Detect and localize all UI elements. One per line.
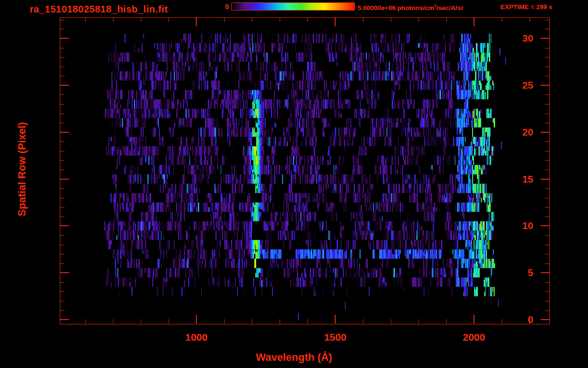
x-minor-tick	[307, 319, 308, 323]
x-minor-tick-top	[280, 18, 280, 22]
y-major-tick-right	[541, 38, 549, 39]
x-minor-tick	[280, 319, 280, 323]
y-minor-tick-right	[545, 254, 549, 254]
y-minor-tick	[60, 57, 65, 58]
y-minor-tick-right	[545, 114, 549, 114]
x-minor-tick	[446, 319, 447, 323]
x-minor-tick-top	[446, 18, 447, 22]
y-minor-tick	[60, 29, 65, 29]
y-minor-tick-right	[545, 29, 549, 29]
x-major-tick	[474, 315, 475, 323]
y-tick-label: 25	[505, 80, 533, 90]
y-major-tick-right	[541, 225, 549, 226]
x-minor-tick-top	[169, 18, 169, 22]
y-minor-tick	[60, 123, 65, 123]
y-minor-tick-right	[545, 104, 549, 104]
x-minor-tick-top	[141, 18, 141, 22]
exptime-label: EXPTIME = 299 s	[500, 3, 552, 11]
y-axis-title: Spatial Row (Pixel)	[16, 122, 28, 217]
y-minor-tick	[60, 207, 65, 207]
spectrogram-window: ra_151018025818_hisb_lin.fit 0 5.00000e+…	[0, 0, 588, 368]
x-minor-tick-top	[307, 18, 308, 22]
y-minor-tick-right	[545, 151, 549, 151]
y-minor-tick	[60, 198, 65, 198]
y-major-tick	[60, 225, 69, 226]
x-minor-tick	[363, 319, 363, 323]
y-minor-tick-right	[545, 198, 549, 198]
y-minor-tick-right	[545, 160, 549, 161]
y-minor-tick-right	[545, 94, 549, 95]
y-minor-tick	[60, 282, 65, 283]
y-minor-tick	[60, 160, 65, 161]
colorbar	[231, 2, 355, 11]
y-minor-tick	[60, 301, 65, 301]
y-minor-tick	[60, 217, 65, 217]
y-minor-tick-right	[545, 264, 549, 264]
spectrum-heatmap	[60, 18, 549, 323]
y-minor-tick-right	[545, 310, 549, 311]
y-major-tick-right	[541, 85, 549, 86]
x-minor-tick	[141, 319, 141, 323]
x-minor-tick-top	[252, 18, 252, 22]
y-minor-tick	[60, 264, 65, 264]
x-minor-tick	[85, 319, 86, 323]
y-major-tick-right	[541, 272, 549, 273]
y-major-tick	[60, 319, 69, 320]
y-minor-tick	[60, 20, 65, 20]
x-minor-tick	[169, 319, 169, 323]
x-major-tick	[196, 315, 197, 323]
y-minor-tick-right	[545, 123, 549, 123]
y-major-tick	[60, 179, 69, 180]
y-tick-label: 5	[505, 267, 533, 277]
y-minor-tick	[60, 170, 65, 170]
colorbar-units: photons/cm	[396, 4, 434, 12]
x-tick-label: 1500	[324, 332, 347, 342]
colorbar-max-value: 5.00000e+06	[358, 4, 396, 12]
y-tick-label: 10	[505, 220, 533, 230]
y-minor-tick-right	[545, 291, 549, 292]
y-minor-tick	[60, 188, 65, 189]
y-minor-tick	[60, 235, 65, 236]
y-minor-tick-right	[545, 207, 549, 207]
x-minor-tick-top	[502, 18, 502, 22]
x-minor-tick-top	[113, 18, 113, 22]
x-minor-tick-top	[363, 18, 363, 22]
y-minor-tick-right	[545, 20, 549, 20]
y-major-tick-right	[541, 132, 549, 133]
y-major-tick	[60, 132, 69, 133]
y-major-tick	[60, 85, 69, 86]
y-minor-tick-right	[545, 217, 549, 217]
y-tick-label: 20	[505, 127, 533, 137]
y-minor-tick	[60, 245, 65, 245]
y-minor-tick	[60, 254, 65, 254]
y-minor-tick	[60, 151, 65, 151]
x-minor-tick	[418, 319, 419, 323]
y-major-tick	[60, 38, 69, 39]
colorbar-min-label: 0	[221, 3, 229, 11]
y-minor-tick	[60, 67, 65, 67]
y-minor-tick	[60, 76, 65, 76]
x-major-tick-top	[196, 18, 197, 26]
x-minor-tick	[113, 319, 113, 323]
x-minor-tick-top	[418, 18, 419, 22]
colorbar-gradient	[232, 3, 354, 10]
x-axis-title: Wavelength (Å)	[256, 351, 332, 364]
y-minor-tick	[60, 310, 65, 311]
x-minor-tick-top	[224, 18, 225, 22]
x-major-tick-top	[474, 18, 475, 26]
x-minor-tick	[252, 319, 252, 323]
x-minor-tick	[502, 319, 502, 323]
x-minor-tick	[224, 319, 225, 323]
y-tick-label: 30	[505, 33, 533, 43]
y-minor-tick	[60, 114, 65, 114]
y-minor-tick-right	[545, 245, 549, 245]
y-minor-tick-right	[545, 301, 549, 301]
x-minor-tick-top	[391, 18, 391, 22]
x-major-tick	[335, 315, 336, 323]
y-minor-tick-right	[545, 141, 549, 142]
y-minor-tick	[60, 48, 65, 48]
colorbar-units-suffix: /sec/A/sr	[436, 4, 463, 12]
y-major-tick-right	[541, 179, 549, 180]
y-tick-label: 0	[505, 314, 533, 324]
y-minor-tick	[60, 291, 65, 292]
